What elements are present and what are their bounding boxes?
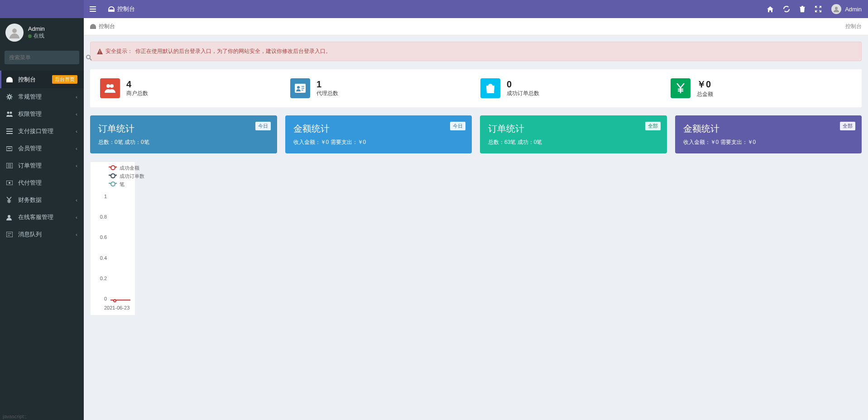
main: 控制台 控制台 安全提示： 你正在使用默认的后台登录入口，为了你的网站安全，建议… <box>84 18 868 322</box>
stat-label: 成功订单总数 <box>507 90 539 97</box>
alert-prefix: 安全提示： <box>106 48 133 55</box>
svg-point-4 <box>7 112 10 114</box>
dashboard-icon <box>90 24 96 29</box>
logo-area[interactable] <box>0 0 84 18</box>
stat-merchants: 4 商户总数 <box>100 78 281 98</box>
chevron-left-icon: ‹ <box>76 146 77 151</box>
search-input[interactable] <box>5 51 82 64</box>
refresh-button[interactable] <box>783 6 790 12</box>
search-button[interactable] <box>82 51 96 64</box>
sidebar-item-permission[interactable]: 权限管理 ‹ <box>0 105 84 123</box>
sidebar-item-support[interactable]: 在线客服管理 ‹ <box>0 209 84 226</box>
sidebar-item-dashboard[interactable]: 控制台 后台首页 <box>0 71 84 88</box>
sidebar: Admin 在线 控制台 后台首页 常规管理 ‹ 权限管理 ‹ <box>0 18 84 322</box>
header: 控制台 Admin <box>0 0 868 18</box>
breadcrumb-left-text: 控制台 <box>99 23 115 30</box>
tab-dashboard[interactable]: 控制台 <box>102 0 141 18</box>
header-username: Admin <box>845 6 862 13</box>
sidebar-item-member[interactable]: 会员管理 ‹ <box>0 140 84 157</box>
sidebar-item-payout[interactable]: 代付管理 <box>0 174 84 191</box>
sidebar-toggle-button[interactable] <box>84 0 102 18</box>
sidebar-item-finance[interactable]: 财务数据 ‹ <box>0 191 84 209</box>
vcard-icon <box>290 78 310 98</box>
summary-today-amount[interactable]: 今日 金额统计 收入金额：￥0 需要支出：￥0 <box>285 115 472 153</box>
user-icon <box>6 215 14 220</box>
dashboard-icon <box>6 77 14 82</box>
summary-title: 订单统计 <box>98 123 269 135</box>
dashboard-icon <box>108 6 115 12</box>
summary-detail: 收入金额：￥0 需要支出：￥0 <box>293 138 464 146</box>
chart-x-label: 2021-06-23 <box>104 305 129 310</box>
svg-point-9 <box>9 182 10 184</box>
svg-point-1 <box>12 29 17 33</box>
stat-agents: 1 代理总数 <box>290 78 471 98</box>
security-alert: 安全提示： 你正在使用默认的后台登录入口，为了你的网站安全，建议你修改后台登录入… <box>90 42 862 61</box>
breadcrumb-right-text: 控制台 <box>845 23 862 30</box>
svg-point-0 <box>835 7 838 10</box>
chevron-left-icon: ‹ <box>76 163 77 168</box>
legend-item[interactable]: 成功订单数 <box>109 173 144 180</box>
summary-tag: 全部 <box>840 122 855 130</box>
svg-point-13 <box>110 84 114 88</box>
svg-point-12 <box>106 84 110 88</box>
legend-mark-icon <box>109 183 117 186</box>
user-menu[interactable]: Admin <box>831 4 862 14</box>
tasks-icon <box>6 232 14 237</box>
sidebar-username: Admin <box>28 25 45 32</box>
tab-label: 控制台 <box>117 5 135 13</box>
stat-label: 代理总数 <box>317 90 338 97</box>
chevron-left-icon: ‹ <box>76 111 77 117</box>
svg-point-3 <box>8 95 11 98</box>
sidebar-nav: 控制台 后台首页 常规管理 ‹ 权限管理 ‹ 支付接口管理 ‹ 会员管理 ‹ 订… <box>0 71 84 243</box>
money-icon <box>6 181 14 185</box>
stat-label: 总金额 <box>697 91 713 98</box>
legend-item[interactable]: 笔 <box>109 181 144 188</box>
svg-point-2 <box>86 55 90 59</box>
group-icon <box>6 111 14 117</box>
sidebar-item-order[interactable]: 订单管理 ‹ <box>0 157 84 174</box>
stat-value: 0 <box>507 79 539 90</box>
chevron-left-icon: ‹ <box>76 197 77 203</box>
sidebar-item-queue[interactable]: 消息队列 ‹ <box>0 226 84 243</box>
sidebar-item-payment[interactable]: 支付接口管理 ‹ <box>0 123 84 140</box>
users-icon <box>100 78 120 98</box>
chevron-left-icon: ‹ <box>76 94 77 100</box>
chevron-left-icon: ‹ <box>76 129 77 134</box>
trash-button[interactable] <box>800 6 805 12</box>
avatar <box>5 24 24 42</box>
chart-legend[interactable]: 成功金额 成功订单数 笔 <box>109 165 144 189</box>
chart-y-axis: 1 0.8 0.6 0.4 0.2 0 <box>94 194 107 301</box>
stat-total: ￥0 总金额 <box>671 78 852 98</box>
stat-value: 1 <box>317 79 338 90</box>
svg-rect-11 <box>6 232 13 237</box>
header-left: 控制台 <box>84 0 141 18</box>
summary-all-amount[interactable]: 全部 金额统计 收入金额：￥0 需要支出：￥0 <box>675 115 862 153</box>
alert-text: 你正在使用默认的后台登录入口，为了你的网站安全，建议你修改后台登录入口。 <box>135 48 331 55</box>
fullscreen-button[interactable] <box>815 6 821 12</box>
stat-value: ￥0 <box>697 78 713 91</box>
summary-tag: 今日 <box>450 122 465 130</box>
summary-detail: 收入金额：￥0 需要支出：￥0 <box>683 138 854 146</box>
online-dot-icon <box>28 34 32 38</box>
cogs-icon <box>6 94 14 100</box>
sidebar-item-general[interactable]: 常规管理 ‹ <box>0 88 84 105</box>
summary-tag: 今日 <box>255 122 271 130</box>
summary-detail: 总数：63笔 成功：0笔 <box>488 138 659 146</box>
stat-value: 4 <box>126 79 148 90</box>
breadcrumb: 控制台 控制台 <box>84 18 868 35</box>
badge-home: 后台首页 <box>52 75 77 84</box>
summary-all-orders[interactable]: 全部 订单统计 总数：63笔 成功：0笔 <box>480 115 667 153</box>
sidebar-user-panel: Admin 在线 <box>0 18 84 47</box>
list-alt-icon <box>6 163 14 168</box>
svg-point-15 <box>297 86 300 89</box>
content: 安全提示： 你正在使用默认的后台登录入口，为了你的网站安全，建议你修改后台登录入… <box>84 35 868 322</box>
stats-row: 4 商户总数 1 代理总数 0 成功订单总数 <box>90 69 862 107</box>
summary-today-orders[interactable]: 今日 订单统计 总数：0笔 成功：0笔 <box>90 115 277 153</box>
warning-icon <box>97 48 103 54</box>
stat-orders: 0 成功订单总数 <box>480 78 662 98</box>
stat-label: 商户总数 <box>126 90 148 97</box>
legend-item[interactable]: 成功金额 <box>109 165 144 172</box>
summary-detail: 总数：0笔 成功：0笔 <box>98 138 269 146</box>
home-button[interactable] <box>767 6 773 12</box>
legend-mark-icon <box>109 175 117 178</box>
